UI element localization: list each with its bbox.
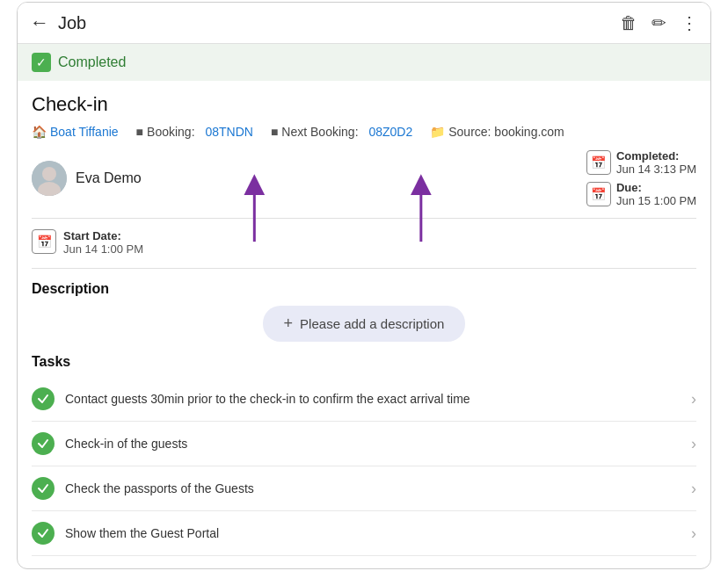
status-bar: ✓ Completed bbox=[18, 44, 710, 81]
boat-icon: 🏠 bbox=[32, 125, 47, 139]
booking-item: ■ Booking: 08TNDN bbox=[136, 125, 253, 139]
task-item[interactable]: Contact guests 30min prior to the check-… bbox=[32, 377, 696, 422]
next-booking-icon: ■ bbox=[271, 125, 278, 139]
dates-row: 📅 Start Date: Jun 14 1:00 PM bbox=[32, 229, 696, 269]
source-icon: 📁 bbox=[430, 125, 445, 139]
delete-icon[interactable]: 🗑 bbox=[620, 13, 637, 33]
task-check-icon bbox=[32, 432, 55, 455]
start-date-block: 📅 Start Date: Jun 14 1:00 PM bbox=[32, 229, 143, 256]
info-row: 🏠 Boat Tiffanie ■ Booking: 08TNDN ■ Next… bbox=[32, 125, 696, 139]
due-value-right: Jun 15 1:00 PM bbox=[616, 194, 696, 207]
completed-date: 📅 Completed: Jun 14 3:13 PM bbox=[586, 149, 696, 176]
tasks-section: Tasks Contact guests 30min prior to the … bbox=[32, 354, 696, 556]
task-check-icon bbox=[32, 522, 55, 545]
chevron-right-icon: › bbox=[691, 435, 696, 453]
add-description-button[interactable]: + Please add a description bbox=[263, 306, 466, 342]
plus-icon: + bbox=[284, 314, 294, 333]
task-text: Check-in of the guests bbox=[65, 437, 187, 451]
source-item: 📁 Source: booking.com bbox=[430, 125, 564, 139]
task-item[interactable]: Check the passports of the Guests › bbox=[32, 466, 696, 511]
due-cal-icon: 📅 bbox=[586, 182, 611, 206]
source-label: Source: booking.com bbox=[448, 125, 564, 139]
task-item[interactable]: Show them the Guest Portal › bbox=[32, 511, 696, 556]
back-button[interactable]: ← bbox=[30, 11, 49, 34]
main-content: Check-in 🏠 Boat Tiffanie ■ Booking: 08TN… bbox=[18, 81, 710, 568]
completed-label: Completed: bbox=[616, 149, 680, 163]
next-booking-value[interactable]: 08Z0D2 bbox=[368, 125, 412, 139]
completed-cal-icon: 📅 bbox=[586, 150, 611, 175]
avatar bbox=[32, 161, 67, 196]
task-check-icon bbox=[32, 477, 55, 500]
chevron-right-icon: › bbox=[691, 524, 696, 543]
booking-label: Booking: bbox=[147, 125, 194, 139]
edit-icon[interactable]: ✏ bbox=[652, 12, 666, 33]
task-item[interactable]: Check-in of the guests › bbox=[32, 422, 696, 466]
completed-value: Jun 14 3:13 PM bbox=[616, 163, 696, 176]
task-text: Contact guests 30min prior to the check-… bbox=[65, 392, 470, 406]
chevron-right-icon: › bbox=[691, 480, 696, 498]
page-title: Job bbox=[58, 13, 86, 33]
next-booking-item: ■ Next Booking: 08Z0D2 bbox=[271, 125, 412, 139]
person-row: Eva Demo 📅 Completed: Jun 14 3:13 PM 📅 D… bbox=[32, 149, 696, 219]
dates-right: 📅 Completed: Jun 14 3:13 PM 📅 Due: Jun 1… bbox=[586, 149, 696, 207]
task-text: Check the passports of the Guests bbox=[65, 481, 254, 495]
start-cal-icon: 📅 bbox=[32, 229, 56, 254]
header: ← Job 🗑 ✏ ⋮ bbox=[18, 3, 710, 44]
description-title: Description bbox=[32, 281, 696, 297]
next-booking-label: Next Booking: bbox=[281, 125, 358, 139]
task-check-icon bbox=[32, 387, 55, 410]
status-checkmark: ✓ bbox=[32, 53, 51, 72]
add-desc-label: Please add a description bbox=[300, 316, 444, 331]
status-label: Completed bbox=[58, 54, 126, 70]
boat-link[interactable]: Boat Tiffanie bbox=[50, 125, 119, 139]
booking-icon: ■ bbox=[136, 125, 143, 139]
task-text: Show them the Guest Portal bbox=[65, 526, 219, 540]
more-icon[interactable]: ⋮ bbox=[681, 12, 698, 33]
due-date-right: 📅 Due: Jun 15 1:00 PM bbox=[586, 181, 696, 207]
svg-point-1 bbox=[42, 167, 56, 181]
due-label-right: Due: bbox=[616, 181, 642, 194]
booking-value[interactable]: 08TNDN bbox=[205, 125, 252, 139]
person-name: Eva Demo bbox=[76, 170, 142, 186]
start-date-value: Jun 14 1:00 PM bbox=[63, 242, 143, 256]
start-date-label: Start Date: bbox=[63, 229, 143, 242]
boat-item[interactable]: 🏠 Boat Tiffanie bbox=[32, 125, 119, 139]
checkin-title: Check-in bbox=[32, 93, 696, 116]
tasks-title: Tasks bbox=[32, 354, 696, 370]
description-section: Description + Please add a description bbox=[32, 281, 696, 342]
chevron-right-icon: › bbox=[691, 390, 696, 408]
